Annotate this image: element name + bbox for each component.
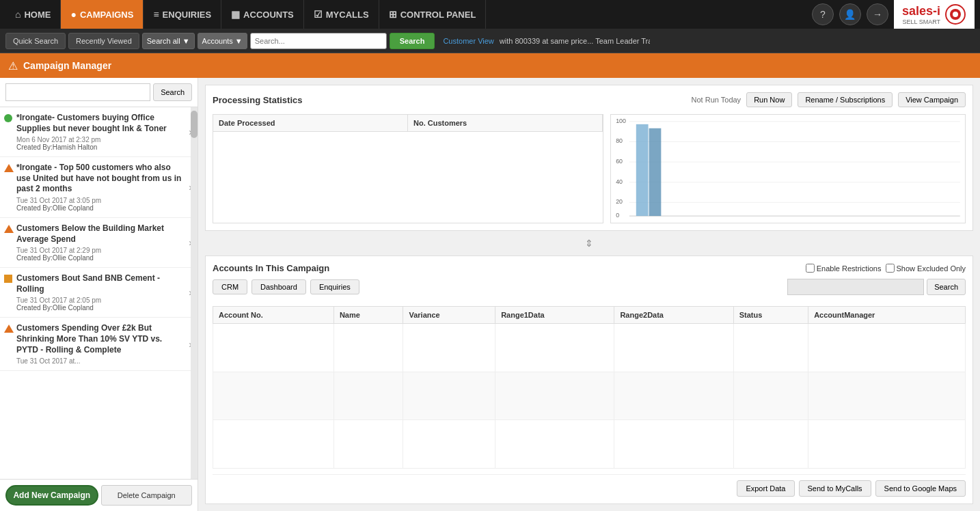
- nav-campaigns[interactable]: ● CAMPAIGNS: [61, 0, 144, 29]
- enable-restrictions-label[interactable]: Enable Restrictions: [806, 264, 882, 273]
- svg-rect-15: [636, 124, 649, 216]
- search-entity-dropdown[interactable]: Accounts ▼: [198, 33, 247, 49]
- nav-control-panel[interactable]: ⊞ CONTROL PANEL: [379, 0, 487, 29]
- svg-text:0: 0: [616, 212, 619, 219]
- svg-rect-16: [649, 128, 662, 216]
- warning-icon: ⚠: [8, 59, 18, 72]
- search-type-label: Search all: [147, 37, 180, 45]
- search-entity-label: Accounts: [202, 37, 233, 45]
- user-button[interactable]: 👤: [839, 3, 861, 25]
- table-row[interactable]: [213, 420, 966, 469]
- send-to-mycalls-button[interactable]: Send to MyCalls: [799, 480, 871, 497]
- accounts-title: Accounts In This Campaign: [213, 263, 329, 273]
- table-row[interactable]: [213, 324, 966, 372]
- logo: sales-i SELL SMART: [894, 0, 975, 29]
- svg-text:20: 20: [616, 198, 623, 205]
- control-panel-icon: ⊞: [389, 9, 397, 20]
- col-status: Status: [733, 307, 808, 324]
- nav-home[interactable]: ⌂ HOME: [5, 0, 61, 29]
- enable-restrictions-checkbox[interactable]: [806, 264, 815, 273]
- dashboard-button[interactable]: Dashboard: [251, 279, 306, 294]
- campaign-item-1[interactable]: *Irongate- Customers buying Office Suppl…: [0, 107, 198, 157]
- campaign-creator-3: Created By:Ollie Copland: [16, 254, 186, 262]
- home-icon: ⌂: [15, 9, 21, 20]
- nav-mycalls[interactable]: ☑ MYCALLS: [304, 0, 379, 29]
- main-layout: Search *Irongate- Customers buying Offic…: [0, 78, 980, 511]
- enquiries-button[interactable]: Enquiries: [310, 279, 359, 294]
- not-run-text: Not Run Today: [692, 96, 741, 104]
- rename-subscriptions-button[interactable]: Rename / Subscriptions: [798, 92, 893, 107]
- accounts-search-input[interactable]: [787, 279, 924, 295]
- campaign-creator-2: Created By:Ollie Copland: [16, 204, 186, 212]
- show-excluded-checkbox[interactable]: [886, 264, 895, 273]
- campaign-item-5[interactable]: Customers Spending Over £2k But Shrinkin…: [0, 318, 198, 371]
- campaign-date-5: Tue 31 Oct 2017 at...: [16, 357, 186, 365]
- crm-button[interactable]: CRM: [213, 279, 247, 294]
- show-excluded-label[interactable]: Show Excluded Only: [886, 264, 966, 273]
- campaign-manager-header: ⚠ Campaign Manager: [0, 53, 980, 78]
- help-button[interactable]: ?: [812, 3, 834, 25]
- delete-campaign-button[interactable]: Delete Campaign: [101, 485, 193, 506]
- recently-viewed-button[interactable]: Recently Viewed: [68, 33, 139, 49]
- nav-right-icons: ? 👤 →: [812, 3, 888, 25]
- nav-enquiries[interactable]: ≡ ENQUIRIES: [144, 0, 221, 29]
- col-range2: Range2Data: [614, 307, 733, 324]
- accounts-search-button[interactable]: Search: [927, 279, 966, 295]
- nav-home-label: HOME: [24, 10, 51, 20]
- svg-text:100: 100: [616, 118, 626, 124]
- panel-divider[interactable]: ⇕: [205, 238, 973, 249]
- svg-text:80: 80: [616, 137, 623, 144]
- campaign-info-2: *Irongate - Top 500 customers who also u…: [16, 163, 186, 212]
- campaign-info-5: Customers Spending Over £2k But Shrinkin…: [16, 323, 186, 365]
- nav-enquiries-label: ENQUIRIES: [163, 10, 212, 20]
- campaign-creator-4: Created By:Ollie Copland: [16, 304, 186, 312]
- search-go-button[interactable]: Search: [390, 33, 435, 49]
- campaign-date-2: Tue 31 Oct 2017 at 3:05 pm: [16, 197, 186, 204]
- nav-accounts[interactable]: ▦ ACCOUNTS: [221, 0, 304, 29]
- svg-point-2: [953, 12, 958, 17]
- run-now-button[interactable]: Run Now: [746, 92, 792, 107]
- scroll-thumb[interactable]: [191, 111, 198, 138]
- logo-tagline: SELL SMART: [902, 18, 940, 25]
- sidebar-search-input[interactable]: [5, 83, 150, 101]
- campaign-info-1: *Irongate- Customers buying Office Suppl…: [16, 113, 186, 151]
- accounts-nav-icon: ▦: [231, 9, 240, 20]
- campaigns-icon: ●: [70, 9, 76, 20]
- export-data-button[interactable]: Export Data: [737, 480, 794, 497]
- campaign-date-3: Tue 31 Oct 2017 at 2:29 pm: [16, 247, 186, 254]
- status-indicator-triangle-2: [4, 225, 14, 233]
- add-campaign-button[interactable]: Add New Campaign: [5, 485, 98, 506]
- stats-header: Processing Statistics Not Run Today Run …: [213, 92, 966, 107]
- stats-table: Date Processed No. Customers: [213, 114, 603, 223]
- enquiries-icon: ≡: [153, 9, 159, 20]
- campaign-item-4[interactable]: Customers Bout Sand BNB Cement - Rolling…: [0, 268, 198, 318]
- send-to-google-maps-button[interactable]: Send to Google Maps: [875, 480, 966, 497]
- view-campaign-button[interactable]: View Campaign: [898, 92, 966, 107]
- campaign-item-2[interactable]: *Irongate - Top 500 customers who also u…: [0, 157, 198, 218]
- col-name: Name: [334, 307, 403, 324]
- customer-view-link[interactable]: Customer View: [443, 37, 493, 45]
- stats-body: Date Processed No. Customers 100 80 60 4…: [213, 114, 966, 223]
- sidebar-search-button[interactable]: Search: [153, 83, 192, 101]
- accounts-header: Accounts In This Campaign Enable Restric…: [213, 263, 966, 273]
- svg-text:60: 60: [616, 158, 623, 165]
- table-row[interactable]: [213, 372, 966, 420]
- search-type-dropdown[interactable]: Search all ▼: [142, 33, 195, 49]
- resize-icon: ⇕: [585, 238, 593, 249]
- col-variance: Variance: [403, 307, 495, 324]
- stats-title: Processing Statistics: [213, 95, 303, 105]
- logo-text: sales-i: [902, 4, 940, 18]
- nav-mycalls-label: MYCALLS: [326, 10, 369, 20]
- stats-table-header: Date Processed No. Customers: [213, 115, 603, 132]
- quick-search-button[interactable]: Quick Search: [5, 33, 66, 49]
- campaign-date-1: Mon 6 Nov 2017 at 2:32 pm: [16, 136, 186, 143]
- nav-accounts-label: ACCOUNTS: [243, 10, 294, 20]
- campaign-manager-title: Campaign Manager: [23, 60, 111, 71]
- campaign-date-4: Tue 31 Oct 2017 at 2:05 pm: [16, 296, 186, 304]
- col-account-no: Account No.: [213, 307, 334, 324]
- accounts-btn-row: CRM Dashboard Enquiries: [213, 279, 359, 294]
- status-indicator-triangle-1: [4, 164, 14, 172]
- search-input[interactable]: [250, 33, 387, 49]
- logout-button[interactable]: →: [867, 3, 888, 25]
- campaign-item-3[interactable]: Customers Below the Building Market Aver…: [0, 218, 198, 268]
